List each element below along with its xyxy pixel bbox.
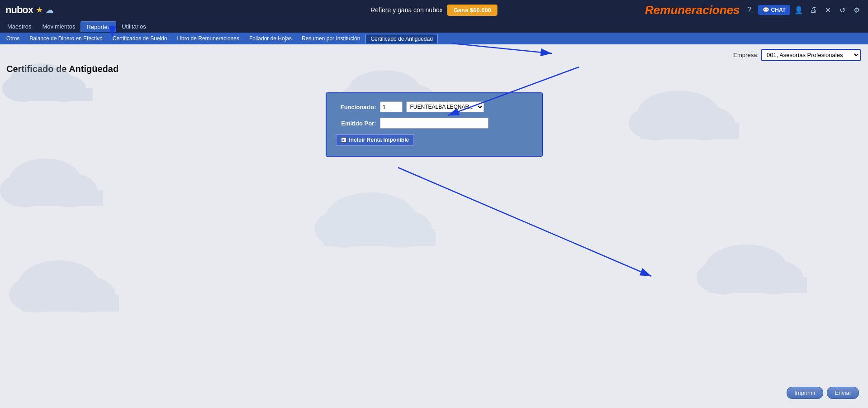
svg-rect-11 [22,294,119,312]
bottom-buttons: Imprimir Enviar [787,387,859,399]
promo-text: Refiere y gana con nubox [370,6,443,14]
logo-text: nubox [5,4,33,16]
svg-rect-23 [708,277,807,293]
subnav-balance[interactable]: Balance de Dinero en Efectivo [25,34,107,43]
svg-point-9 [9,276,63,312]
svg-point-2 [41,75,86,102]
svg-point-26 [369,210,432,248]
funcionario-name-select[interactable]: FUENTEALBA LEONAR... [406,101,484,112]
chat-bubble-icon: 💬 [763,7,769,13]
promo-area: Refiere y gana con nubox Gana $60.000 [370,5,498,16]
page-content: Empresa: 001, Asesorías Profesionales Ce… [0,44,868,161]
svg-point-5 [0,173,50,207]
subnav-otros[interactable]: Otros [2,34,24,43]
settings-icon-button[interactable]: ⚙ [851,4,863,16]
incluir-renta-checkbox[interactable]: Incluir Renta Imponible [336,134,415,146]
empresa-row: Empresa: 001, Asesorías Profesionales [6,49,862,61]
svg-point-10 [57,276,115,312]
empresa-label: Empresa: [733,52,759,58]
funcionario-id-input[interactable] [380,101,403,112]
form-container: Funcionario: FUENTEALBA LEONAR... Emitid… [326,92,543,157]
funcionario-label: Funcionario: [336,104,376,110]
nav-utilitarios[interactable]: Utilitarios [116,21,151,32]
refresh-icon-button[interactable]: ↺ [836,4,848,16]
promo-button[interactable]: Gana $60.000 [447,5,498,16]
subnav-certificados-sueldo[interactable]: Certificados de Sueldo [108,34,172,43]
right-header: Remuneraciones ? 💬 CHAT 👤 🖨 ✕ ↺ ⚙ [645,3,863,17]
funcionario-row: Funcionario: FUENTEALBA LEONAR... [336,101,533,112]
chat-label: CHAT [771,7,786,13]
print-icon-button[interactable]: 🖨 [807,4,819,16]
chat-button[interactable]: 💬 CHAT [758,5,790,15]
imprimir-button[interactable]: Imprimir [787,387,823,399]
subnav-resumen[interactable]: Resumen por Institución [297,34,365,43]
svg-point-16 [638,91,719,136]
logo-area: nubox ★ ☁ [5,4,54,16]
svg-point-1 [2,75,43,102]
sub-nav: Otros Balance de Dinero en Efectivo Cert… [0,33,868,44]
empresa-select[interactable]: 001, Asesorías Profesionales [761,49,861,61]
emitido-row: Emitido Por: [336,118,533,129]
svg-rect-7 [13,190,103,206]
svg-point-4 [9,158,81,204]
svg-point-18 [676,106,735,140]
checkbox-icon [341,137,346,143]
nav-maestros[interactable]: Maestros [2,21,37,32]
close-icon-button[interactable]: ✕ [822,4,834,16]
svg-point-25 [314,210,373,248]
emitido-label: Emitido Por: [336,120,376,127]
header-icons: ? 💬 CHAT 👤 🖨 ✕ ↺ ⚙ [744,4,863,16]
svg-point-8 [18,260,100,310]
checkbox-label: Incluir Renta Imponible [349,137,409,143]
svg-rect-3 [14,88,93,101]
help-icon-button[interactable]: ? [744,4,755,16]
subnav-foliador[interactable]: Foliador de Hojas [245,34,296,43]
checkbox-row: Incluir Renta Imponible [336,134,533,146]
svg-point-20 [706,245,787,290]
enviar-button[interactable]: Enviar [827,387,859,399]
nav-reportes[interactable]: Reportes [81,21,116,32]
subnav-libro[interactable]: Libro de Remuneraciones [173,34,244,43]
remuneraciones-title: Remuneraciones [645,3,740,17]
svg-rect-27 [323,229,436,246]
subnav-certificado-antiguedad[interactable]: Certificado de Antigüedad [365,34,437,43]
nav-movimientos[interactable]: Movimientos [37,21,81,32]
svg-line-32 [398,168,651,276]
svg-point-24 [326,192,416,242]
main-nav: Maestros Movimientos Reportes Utilitario… [0,20,868,33]
svg-rect-19 [640,123,739,139]
user-icon-button[interactable]: 👤 [793,4,805,16]
svg-point-22 [744,260,803,294]
svg-point-17 [629,106,683,140]
page-title: Certificado de Antigüedad [6,64,862,74]
top-header: nubox ★ ☁ Refiere y gana con nubox Gana … [0,0,868,20]
form-inner: Funcionario: FUENTEALBA LEONAR... Emitid… [327,93,542,156]
emitido-input[interactable] [380,118,489,129]
svg-point-6 [43,173,97,207]
logo-cloud-icon: ☁ [46,5,54,15]
logo-star-icon: ★ [36,5,43,15]
svg-point-21 [697,260,751,294]
